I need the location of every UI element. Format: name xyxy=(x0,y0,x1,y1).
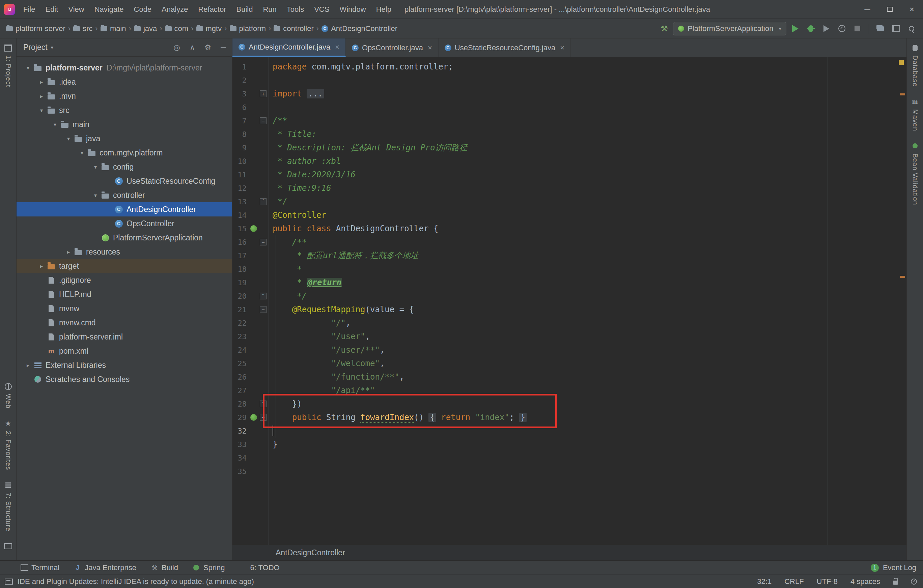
tree-item-mvnw-cmd[interactable]: mvnw.cmd xyxy=(16,316,232,330)
code-line[interactable]: 17 * 配置url通配符，拦截多个地址 xyxy=(232,249,907,262)
tree-item-java[interactable]: ▾java xyxy=(16,131,232,146)
tab-usestaticresourceconfig-java[interactable]: CUseStaticResourceConfig.java× xyxy=(439,38,571,57)
menu-file[interactable]: File xyxy=(18,0,40,18)
expand-arrow-icon[interactable]: ▸ xyxy=(37,79,46,85)
tree-item-com-mgtv-platform[interactable]: ▾com.mgtv.platform xyxy=(16,146,232,160)
code-line[interactable]: 7−/** xyxy=(232,114,907,128)
tool-stripe-button-web[interactable]: Web xyxy=(4,377,12,414)
code-line[interactable]: 24 "/user/**", xyxy=(232,343,907,357)
tool-window-button-terminal[interactable]: Terminal xyxy=(20,563,59,572)
encoding-widget[interactable]: UTF-8 xyxy=(817,577,838,586)
profiler-icon[interactable] xyxy=(835,22,848,35)
maximize-button[interactable] xyxy=(879,0,901,18)
debug-icon[interactable] xyxy=(804,22,818,35)
expand-arrow-icon[interactable]: ▸ xyxy=(37,93,46,100)
editor-breadcrumb[interactable]: AntDesignController xyxy=(232,545,907,560)
tree-item-idea[interactable]: ▸.idea xyxy=(16,75,232,89)
run-configuration-select[interactable]: PlatformServerApplication▾ xyxy=(673,22,787,35)
tree-item-platform-server-iml[interactable]: platform-server.iml xyxy=(16,330,232,344)
tool-window-button-java-enterprise[interactable]: Java Enterprise xyxy=(74,563,136,572)
minimize-button[interactable]: ─ xyxy=(856,0,879,18)
tree-item-scratches-and-consoles[interactable]: Scratches and Consoles xyxy=(16,372,232,387)
spring-bean-icon[interactable] xyxy=(250,414,257,421)
collapse-arrow-icon[interactable]: ▾ xyxy=(91,192,100,198)
code-line[interactable]: 3+import ... xyxy=(232,87,907,100)
settings-icon[interactable]: ⚙ xyxy=(203,43,212,52)
code-line[interactable]: 23 "/user", xyxy=(232,330,907,343)
collapse-arrow-icon[interactable]: ▾ xyxy=(77,150,87,156)
tree-item-mvnw[interactable]: mvnw xyxy=(16,301,232,316)
tool-stripe-button-7-structure[interactable]: 7: Structure xyxy=(4,476,12,537)
line-separator-widget[interactable]: CRLF xyxy=(784,577,803,586)
stop-icon[interactable] xyxy=(851,22,864,35)
run-icon[interactable] xyxy=(788,22,802,35)
breadcrumb-item-platform-server[interactable]: platform-server xyxy=(5,24,67,33)
code-line[interactable]: 18 * xyxy=(232,262,907,276)
search-icon[interactable] xyxy=(905,22,918,35)
screen-reader-icon[interactable] xyxy=(4,537,12,556)
menu-build[interactable]: Build xyxy=(232,0,258,18)
tree-item-target[interactable]: ▸target xyxy=(16,259,232,273)
fold-marker[interactable]: + xyxy=(260,90,266,97)
menu-run[interactable]: Run xyxy=(258,0,281,18)
tab-antdesigncontroller-java[interactable]: CAntDesignController.java× xyxy=(232,38,346,57)
tree-item-platformserverapplication[interactable]: PlatformServerApplication xyxy=(16,231,232,245)
expand-arrow-icon[interactable]: ▸ xyxy=(64,249,73,255)
menu-analyze[interactable]: Analyze xyxy=(156,0,193,18)
spring-bean-icon[interactable] xyxy=(250,225,257,232)
expand-arrow-icon[interactable]: ▸ xyxy=(37,263,46,269)
collapse-arrow-icon[interactable]: ▾ xyxy=(37,107,46,114)
close-button[interactable]: × xyxy=(901,0,923,18)
tree-item-external-libraries[interactable]: ▸External Libraries xyxy=(16,358,232,372)
fold-marker[interactable]: − xyxy=(260,239,266,246)
warning-stripe-icon[interactable] xyxy=(899,60,904,65)
tree-item-config[interactable]: ▾config xyxy=(16,160,232,174)
breadcrumb-item-com[interactable]: com xyxy=(164,24,190,33)
code-line[interactable]: 1package com.mgtv.platform.controller; xyxy=(232,60,907,74)
tool-window-button-spring[interactable]: Spring xyxy=(192,563,225,572)
close-icon[interactable]: × xyxy=(335,43,339,52)
menu-vcs[interactable]: VCS xyxy=(309,0,334,18)
code-line[interactable]: 12 * Time:9:16 xyxy=(232,182,907,195)
chevron-down-icon[interactable]: ▾ xyxy=(51,44,54,51)
collapse-arrow-icon[interactable]: ▾ xyxy=(64,136,73,142)
menu-edit[interactable]: Edit xyxy=(40,0,63,18)
code-line[interactable]: 6 xyxy=(232,100,907,114)
tree-item-mvn[interactable]: ▸.mvn xyxy=(16,89,232,103)
tool-window-button-6-todo[interactable]: 6: TODO xyxy=(239,563,280,572)
collapse-arrow-icon[interactable]: ▾ xyxy=(23,65,33,71)
collapse-arrow-icon[interactable]: ▾ xyxy=(91,164,100,170)
notification-icon[interactable] xyxy=(5,578,13,585)
tree-item-main[interactable]: ▾main xyxy=(16,117,232,131)
code-line[interactable]: 33} xyxy=(232,437,907,451)
menu-window[interactable]: Window xyxy=(334,0,371,18)
code-line[interactable]: 13ˆ */ xyxy=(232,195,907,208)
indent-widget[interactable]: 4 spaces xyxy=(851,577,880,586)
breadcrumb-item-mgtv[interactable]: mgtv xyxy=(195,24,223,33)
hammer-icon[interactable] xyxy=(657,22,671,35)
tree-item-platform-server[interactable]: ▾platform-serverD:\mgtv\plat\platform-se… xyxy=(16,61,232,75)
close-icon[interactable]: × xyxy=(428,44,432,52)
caret-position-widget[interactable]: 32:1 xyxy=(757,577,772,586)
menu-refactor[interactable]: Refactor xyxy=(193,0,231,18)
code-line[interactable]: 20ˆ */ xyxy=(232,289,907,303)
tree-item-usestaticresourceconfig[interactable]: UseStaticResourceConfig xyxy=(16,174,232,188)
tool-stripe-button-bean-validation[interactable]: Bean Validation xyxy=(911,136,919,211)
code-line[interactable]: 25 "/welcome", xyxy=(232,357,907,370)
code-line[interactable]: 11 * Date:2020/3/16 xyxy=(232,168,907,182)
tree-item-pom-xml[interactable]: pom.xml xyxy=(16,344,232,358)
breadcrumb-item-controller[interactable]: controller xyxy=(272,24,315,33)
tree-item-gitignore[interactable]: .gitignore xyxy=(16,273,232,287)
tab-opscontroller-java[interactable]: COpsController.java× xyxy=(346,38,439,57)
hide-icon[interactable]: ─ xyxy=(218,43,228,52)
code-line[interactable]: 14@Controller xyxy=(232,208,907,222)
memory-indicator-icon[interactable] xyxy=(911,578,917,585)
tool-window-button-build[interactable]: Build xyxy=(151,563,178,572)
tree-item-help-md[interactable]: HELP.md xyxy=(16,287,232,301)
breadcrumb-item-antdesigncontroller[interactable]: CAntDesignController xyxy=(320,24,399,33)
tree-item-resources[interactable]: ▸resources xyxy=(16,245,232,259)
lock-icon[interactable] xyxy=(893,581,898,585)
code-line[interactable]: 9 * Description: 拦截Ant Design Pro访问路径 xyxy=(232,141,907,154)
breadcrumb-item-platform[interactable]: platform xyxy=(228,24,267,33)
menu-help[interactable]: Help xyxy=(371,0,396,18)
